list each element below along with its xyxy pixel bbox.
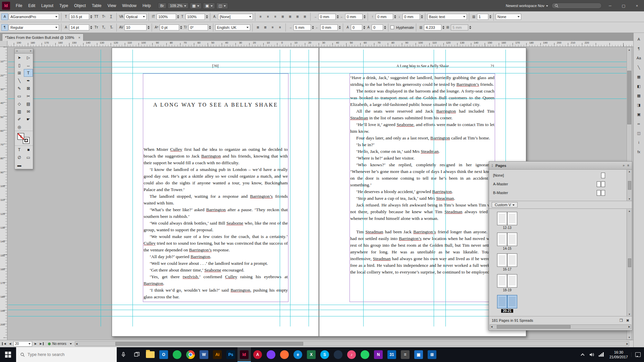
- spread-thumbnail-12-13[interactable]: 12-13: [494, 212, 521, 230]
- text-frame-left[interactable]: A LONG WAY TO SEE A BELLY SHAKE When Mis…: [143, 73, 288, 302]
- hyphenate-checkbox[interactable]: Hyphenate: [390, 25, 414, 29]
- scroll-right-icon[interactable]: ▶: [629, 325, 630, 328]
- align-away-from-spine-button[interactable]: ≣: [262, 24, 269, 31]
- taskbar-search-box[interactable]: [16, 347, 117, 362]
- scroll-right-icon[interactable]: ▶: [627, 343, 628, 345]
- vertical-guide[interactable]: [309, 50, 309, 326]
- paragraph-style-select[interactable]: Basic text: [427, 14, 467, 20]
- apply-color-button[interactable]: ■: [24, 146, 33, 154]
- minimize-button[interactable]: ─: [605, 2, 615, 9]
- right-indent-field[interactable]: 0 mm: [345, 14, 363, 20]
- links-panel-icon[interactable]: ∞: [635, 120, 643, 127]
- rectangle-frame-tool[interactable]: ⊠: [24, 84, 33, 92]
- zoom-level-select[interactable]: 109.2%: [168, 3, 189, 9]
- pages-panel-hscrollbar[interactable]: ◀ ▶: [490, 324, 631, 329]
- right-indent-field-stepper[interactable]: [364, 14, 366, 19]
- scroll-up-icon[interactable]: ▲: [627, 47, 632, 52]
- underline-button[interactable]: T̲: [108, 13, 114, 20]
- whatsapp-icon[interactable]: [358, 347, 372, 362]
- drop-cap-lines-field[interactable]: 0: [351, 24, 362, 31]
- stroke-panel-icon[interactable]: ╲: [635, 64, 643, 71]
- pasteboard[interactable]: [20] A LONG WAY TO SEE A BELLY SHAKE Whe…: [0, 47, 633, 340]
- calendar-icon[interactable]: 31: [385, 347, 398, 362]
- photos-icon[interactable]: ▣: [412, 347, 425, 362]
- horizontal-scrollbar[interactable]: ◀ ▶: [75, 341, 629, 346]
- paragraph-panel-icon[interactable]: ¶: [635, 45, 643, 52]
- scroll-down-icon[interactable]: ▼: [628, 198, 631, 200]
- small-caps-button[interactable]: Tᴛ: [93, 24, 100, 31]
- menu-table[interactable]: Table: [89, 0, 105, 11]
- last-line-indent-field-stepper[interactable]: [339, 25, 341, 30]
- space-after-field[interactable]: 0 mm: [402, 14, 420, 20]
- spread-thumbnail-20-21[interactable]: 20-21: [494, 295, 521, 313]
- vertical-guide[interactable]: [290, 50, 290, 326]
- spread-thumbnail-16-17[interactable]: 16-17: [494, 253, 521, 271]
- selection-tool[interactable]: ➤: [15, 54, 24, 61]
- fill-color-swatch[interactable]: T: [17, 133, 24, 140]
- character-style-select[interactable]: [None]: [218, 14, 253, 20]
- vertical-guide[interactable]: [101, 50, 101, 326]
- kerning-select[interactable]: Optical: [124, 14, 147, 20]
- masters-scrollbar[interactable]: ▲▼: [627, 170, 632, 201]
- superscript-button[interactable]: T¹: [100, 13, 107, 20]
- formatting-affects-text-button[interactable]: T: [15, 146, 24, 154]
- workspace-switcher[interactable]: Newest workspace Nov: [506, 4, 548, 8]
- task-view-icon[interactable]: [130, 347, 144, 362]
- master-none[interactable]: [None]: [492, 171, 625, 180]
- columns-field[interactable]: 1: [477, 14, 488, 20]
- skype-icon[interactable]: S: [318, 347, 331, 362]
- master-a-master[interactable]: A-Master: [492, 180, 625, 188]
- preflight-status[interactable]: No errors: [48, 342, 72, 346]
- language-select[interactable]: English: UK: [215, 24, 250, 31]
- gutter-field[interactable]: 4.233: [424, 24, 441, 31]
- character-panel-icon[interactable]: A: [635, 36, 643, 43]
- strikethrough-button[interactable]: T̶: [108, 24, 114, 31]
- panel-collapse-icon[interactable]: »: [16, 49, 18, 53]
- first-page-button[interactable]: ◀: [2, 342, 7, 345]
- page-number-field[interactable]: 20: [13, 341, 32, 347]
- font-family-select[interactable]: AGaramondPro: [9, 14, 59, 20]
- font-size-field[interactable]: 10.5 pt: [69, 14, 89, 20]
- tracking-field[interactable]: 10: [124, 24, 147, 31]
- last-page-button[interactable]: ▶: [39, 342, 44, 345]
- drop-cap-lines-field-stepper[interactable]: [363, 25, 365, 30]
- font-style-select[interactable]: Regular: [9, 24, 59, 31]
- document-tab[interactable]: *Tales From the Golden Bull.indd @ 109% …: [2, 34, 84, 41]
- menu-file[interactable]: File: [13, 0, 25, 11]
- onenote-icon[interactable]: N: [372, 347, 385, 362]
- all-caps-button[interactable]: TT: [93, 13, 100, 20]
- panel-close-icon[interactable]: ×: [30, 49, 32, 53]
- horizontal-scale-field[interactable]: 100%: [185, 14, 205, 20]
- vertical-ruler[interactable]: 1020304050607080901001101201301401501601…: [0, 47, 7, 340]
- firefox-icon[interactable]: [278, 347, 291, 362]
- gradient-panel-icon[interactable]: ▩: [635, 92, 643, 99]
- scroll-left-icon[interactable]: ◀: [491, 325, 492, 328]
- app-search-input[interactable]: [560, 4, 597, 8]
- baseline-shift-field[interactable]: 0 pt: [160, 24, 179, 31]
- scrollbar-thumb[interactable]: [115, 342, 303, 346]
- illustrator-icon[interactable]: Ai: [211, 347, 224, 362]
- scroll-left-icon[interactable]: ◀: [76, 343, 77, 345]
- object-styles-panel-icon[interactable]: ▣: [635, 111, 643, 118]
- rectangle-tool[interactable]: ▭: [15, 92, 24, 100]
- menu-object[interactable]: Object: [71, 0, 89, 11]
- menu-layout[interactable]: Layout: [38, 0, 56, 11]
- calculator-icon[interactable]: =: [398, 347, 412, 362]
- start-button[interactable]: [0, 347, 16, 362]
- font-size-field-stepper[interactable]: [90, 14, 92, 19]
- create-new-spread-button[interactable]: ❒: [620, 318, 623, 323]
- layers-panel-icon[interactable]: ◫: [635, 129, 643, 137]
- first-line-indent-field-stepper[interactable]: [312, 25, 314, 30]
- vertical-guide[interactable]: [445, 50, 446, 326]
- fx-panel-icon[interactable]: fx: [635, 148, 643, 156]
- glyphs-panel-icon[interactable]: Aa: [635, 54, 643, 62]
- checkbox[interactable]: [390, 25, 394, 29]
- note-tool[interactable]: ✉: [24, 108, 33, 115]
- scroll-down-icon[interactable]: ▼: [628, 313, 631, 315]
- inset-field-stepper[interactable]: [469, 25, 471, 30]
- pages-view-select[interactable]: Custom V: [492, 202, 518, 207]
- justify-all-button[interactable]: ≣: [302, 13, 308, 20]
- normal-view-mode-button[interactable]: ▭: [24, 154, 33, 161]
- spread-thumbnail-14-15[interactable]: 14-15: [494, 233, 521, 250]
- leading-field-stepper[interactable]: [90, 25, 92, 30]
